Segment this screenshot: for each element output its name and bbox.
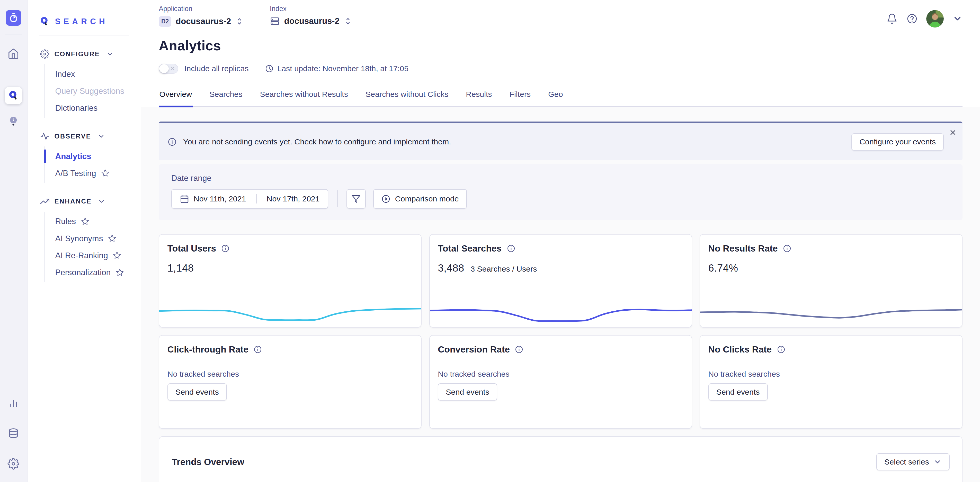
account-chevron-down-icon[interactable] — [953, 14, 963, 24]
section-label: ENHANCE — [54, 198, 92, 205]
index-stack-icon — [270, 16, 280, 26]
select-series-label: Select series — [884, 458, 929, 466]
info-icon[interactable] — [515, 345, 523, 354]
magnifier-logo-icon — [39, 16, 50, 27]
send-events-button[interactable]: Send events — [167, 383, 227, 401]
sidebar-section-observe-header[interactable]: OBSERVE — [27, 132, 141, 141]
close-icon[interactable] — [949, 128, 957, 137]
database-icon[interactable] — [5, 425, 22, 442]
nav-item-label: Rules — [55, 217, 76, 226]
sidebar-section-configure: CONFIGURE Index Query Suggestions Dictio… — [27, 49, 141, 118]
gear-icon[interactable] — [5, 455, 22, 472]
metric-title: No Results Rate — [708, 243, 778, 254]
index-selector[interactable]: Index docusaurus-2 — [270, 5, 352, 26]
sidebar-section-observe: OBSERVE Analytics A/B Testing — [27, 132, 141, 183]
toggle-off-x-icon: ✕ — [170, 65, 175, 72]
sidebar-item-ai-synonyms[interactable]: AI Synonyms — [45, 230, 141, 247]
info-icon[interactable] — [783, 244, 791, 253]
select-series-button[interactable]: Select series — [877, 453, 950, 471]
recommend-lightbulb-icon[interactable] — [5, 112, 22, 130]
tab-searches[interactable]: Searches — [209, 86, 243, 106]
sidebar-item-dictionaries[interactable]: Dictionaries — [45, 100, 141, 116]
star-icon — [101, 169, 109, 177]
info-icon[interactable] — [777, 345, 786, 354]
home-icon[interactable] — [5, 45, 22, 62]
nav-item-label: Index — [55, 69, 75, 79]
sidebar-item-analytics[interactable]: Analytics — [45, 148, 141, 165]
empty-state-label: No tracked searches — [167, 370, 413, 379]
metric-title: Conversion Rate — [438, 344, 510, 355]
sidebar-item-personalization[interactable]: Personalization — [45, 264, 141, 281]
application-selector[interactable]: Application D2 docusaurus-2 — [159, 5, 243, 27]
activity-icon — [40, 132, 49, 141]
metric-cards-row-1: Total Users 1,148 Total Searches — [159, 234, 963, 328]
nav-item-label: Query Suggestions — [55, 86, 124, 96]
filter-button[interactable] — [347, 189, 366, 208]
metric-title: No Clicks Rate — [708, 344, 772, 355]
sidebar-item-rules[interactable]: Rules — [45, 213, 141, 230]
nav-item-label: AI Synonyms — [55, 234, 103, 243]
chevron-down-icon — [97, 133, 105, 140]
sidebar-divider — [39, 35, 130, 35]
sidebar-section-enhance-header[interactable]: ENHANCE — [27, 197, 141, 206]
metric-title: Click-through Rate — [167, 344, 248, 355]
sparkline-chart — [430, 302, 692, 323]
tab-filters[interactable]: Filters — [509, 86, 531, 106]
nav-item-label: AI Re-Ranking — [55, 251, 108, 260]
tabs: Overview Searches Searches without Resul… — [159, 86, 963, 107]
section-label: OBSERVE — [54, 133, 91, 140]
date-range-panel: Date range Nov 11th, 2021 Nov 17th, 2021 — [159, 164, 963, 220]
tab-results[interactable]: Results — [465, 86, 493, 106]
replicas-toggle-label: Include all replicas — [185, 64, 249, 73]
empty-state-label: No tracked searches — [438, 370, 683, 379]
date-range-button[interactable]: Nov 11th, 2021 Nov 17th, 2021 — [171, 189, 328, 208]
funnel-icon — [352, 194, 361, 203]
comparison-mode-button[interactable]: Comparison mode — [373, 189, 467, 208]
application-label: Application — [159, 5, 243, 13]
info-icon[interactable] — [221, 244, 230, 253]
topbar: Application D2 docusaurus-2 Index — [159, 0, 963, 27]
search-logo[interactable]: SEARCH — [27, 0, 141, 30]
sidebar-section-enhance: ENHANCE Rules AI Synonyms AI Re-Ranking … — [27, 197, 141, 282]
trending-up-icon — [40, 197, 49, 206]
rail-divider — [5, 34, 22, 34]
include-replicas-toggle[interactable]: ✕ — [159, 64, 178, 74]
comparison-mode-label: Comparison mode — [395, 195, 459, 203]
notifications-bell-icon[interactable] — [886, 13, 898, 24]
sidebar-item-query-suggestions[interactable]: Query Suggestions — [45, 82, 141, 100]
controls-divider — [337, 190, 337, 207]
clock-icon — [265, 64, 274, 73]
metric-title: Total Users — [167, 243, 216, 254]
trends-overview-card: Trends Overview Select series — [159, 436, 963, 482]
sidebar-section-configure-header[interactable]: CONFIGURE — [27, 49, 141, 59]
metric-card-total-searches: Total Searches 3,488 3 Searches / Users — [429, 234, 692, 328]
bar-chart-icon[interactable] — [5, 394, 22, 411]
send-events-button[interactable]: Send events — [708, 383, 768, 401]
metric-card-click-through-rate: Click-through Rate No tracked searches S… — [159, 335, 422, 429]
info-icon[interactable] — [253, 345, 262, 354]
metric-cards-row-2: Click-through Rate No tracked searches S… — [159, 335, 963, 429]
send-events-button[interactable]: Send events — [438, 383, 497, 401]
index-value: docusaurus-2 — [284, 16, 339, 26]
gear-icon — [40, 49, 49, 59]
stopwatch-app-icon[interactable] — [6, 10, 21, 26]
search-product-icon[interactable] — [5, 87, 22, 104]
configure-events-button[interactable]: Configure your events — [851, 133, 944, 151]
help-icon[interactable] — [907, 13, 918, 24]
avatar[interactable] — [926, 10, 944, 27]
tab-searches-without-results[interactable]: Searches without Results — [259, 86, 348, 106]
info-icon — [167, 137, 177, 146]
chevron-down-icon — [106, 50, 114, 58]
info-icon[interactable] — [507, 244, 515, 253]
tab-geo[interactable]: Geo — [547, 86, 563, 106]
nav-item-label: Dictionaries — [55, 103, 97, 113]
sidebar-item-ab-testing[interactable]: A/B Testing — [45, 165, 141, 182]
sparkline-chart — [159, 302, 421, 323]
sidebar-item-index[interactable]: Index — [45, 65, 141, 82]
tab-overview[interactable]: Overview — [159, 86, 192, 106]
stopwatch-icon — [8, 13, 19, 23]
calendar-icon — [180, 194, 189, 203]
last-update: Last update: November 18th, at 17:05 — [265, 64, 409, 73]
sidebar-item-ai-re-ranking[interactable]: AI Re-Ranking — [45, 247, 141, 264]
tab-searches-without-clicks[interactable]: Searches without Clicks — [365, 86, 449, 106]
